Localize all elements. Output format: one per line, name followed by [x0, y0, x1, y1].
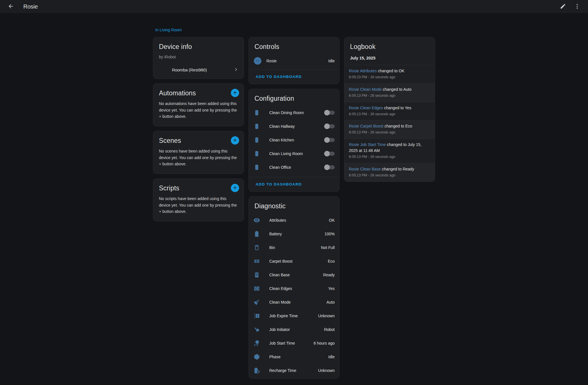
via-device-label: Roomba (Rest980): [172, 68, 233, 72]
config-row-clean-living-room[interactable]: Clean Living Room: [249, 147, 339, 160]
device-info-card: Device info by iRobot Roomba (Rest980): [153, 37, 244, 79]
config-row-clean-office[interactable]: Clean Office: [249, 160, 339, 174]
entity-state: 6 hours ago: [314, 341, 335, 345]
logbook-entry[interactable]: Rosie Clean Mode changed to Auto 6:05:13…: [344, 83, 435, 102]
entity-name: Clean Dining Room: [265, 110, 322, 115]
entity-state: Unknown: [318, 314, 335, 318]
clock-start-icon: [253, 340, 265, 347]
automations-card: Automations No automations have been add…: [153, 83, 244, 126]
broom-icon: [253, 299, 265, 306]
overflow-menu-button[interactable]: [572, 1, 582, 12]
trash-icon: [253, 271, 265, 278]
logbook-message: changed to Eco: [384, 124, 412, 128]
toggle-switch-icon: [253, 164, 265, 171]
toggle-switch[interactable]: [325, 111, 335, 115]
entity-state: Robot: [324, 327, 335, 332]
add-automation-button[interactable]: [231, 89, 239, 97]
device-page-content: In Living Room Device info by iRobot Roo…: [153, 13, 435, 383]
entity-state: Not Full: [321, 245, 335, 250]
toggle-switch[interactable]: [325, 124, 335, 128]
toggle-switch-icon: [253, 137, 265, 143]
config-row-clean-dining-room[interactable]: Clean Dining Room: [249, 106, 339, 120]
arrow-left-icon: [8, 3, 14, 10]
hand-pointer-icon: [253, 326, 265, 333]
diag-row-clean-edges[interactable]: Clean Edges Yes: [249, 282, 339, 295]
diag-row-recharge-time[interactable]: Recharge Time Unknown: [249, 364, 339, 377]
logbook-entity-link[interactable]: Rosie Job Start Time: [349, 142, 386, 147]
entity-state: Idle: [328, 355, 335, 359]
config-row-clean-kitchen[interactable]: Clean Kitchen: [249, 133, 339, 147]
diag-row-job-initiator[interactable]: Job Initiator Robot: [249, 323, 339, 336]
logbook-entity-link[interactable]: Rosie Clean Base: [349, 167, 381, 171]
entity-name: Clean Base: [265, 273, 323, 277]
scenes-empty-text: No scenes have been added using this dev…: [153, 145, 244, 174]
scripts-title: Scripts: [159, 184, 179, 192]
area-link[interactable]: In Living Room: [155, 27, 182, 32]
entity-state: Idle: [328, 59, 335, 63]
entity-name: Phase: [265, 355, 328, 359]
automations-empty-text: No automations have been added using thi…: [153, 97, 244, 126]
entity-name: Clean Hallway: [265, 124, 322, 129]
entity-name: Attributes: [265, 218, 329, 223]
trash-outline-icon: [253, 244, 265, 251]
scenes-title: Scenes: [159, 136, 181, 145]
logbook-entity-link[interactable]: Rosie Carpet Boost: [349, 124, 383, 128]
add-to-dashboard-link[interactable]: ADD TO DASHBOARD: [256, 182, 302, 186]
toggle-switch-icon: [253, 150, 265, 157]
controls-title: Controls: [249, 37, 339, 54]
diag-row-job-start-time[interactable]: Job Start Time 6 hours ago: [249, 336, 339, 350]
toggle-switch[interactable]: [325, 152, 335, 156]
entity-name: Clean Living Room: [265, 151, 322, 156]
entity-state: Yes: [328, 286, 335, 291]
entity-row-rosie[interactable]: Rosie Idle: [249, 54, 339, 68]
logbook-card: Logbook July 15, 2025 Rosie Attributes c…: [344, 37, 435, 182]
logbook-entry[interactable]: Rosie Attributes changed to OK 6:05:23 P…: [344, 65, 435, 83]
diag-row-bin[interactable]: Bin Not Full: [249, 241, 339, 254]
diag-row-battery[interactable]: Battery 100%: [249, 227, 339, 241]
diagnostic-title: Diagnostic: [249, 197, 339, 213]
toggle-switch-icon: [253, 109, 265, 116]
entity-state: OK: [329, 218, 335, 223]
add-to-dashboard-link[interactable]: ADD TO DASHBOARD: [256, 75, 302, 79]
entity-state: 100%: [324, 232, 335, 236]
diag-row-clean-base[interactable]: Clean Base Ready: [249, 268, 339, 282]
device-info-title: Device info: [153, 37, 244, 54]
logbook-entity-link[interactable]: Rosie Clean Mode: [349, 87, 382, 92]
entity-name: Recharge Time: [265, 368, 318, 373]
logbook-entry[interactable]: Rosie Job Start Time changed to July 15,…: [344, 139, 435, 163]
diag-row-carpet-boost[interactable]: Carpet Boost Eco: [249, 254, 339, 268]
entity-name: Clean Office: [265, 165, 322, 170]
diag-row-job-expire-time[interactable]: Job Expire Time Unknown: [249, 309, 339, 323]
wall-icon: [253, 285, 265, 292]
edit-button[interactable]: [558, 1, 568, 12]
entity-name: Clean Kitchen: [265, 138, 322, 142]
configuration-title: Configuration: [249, 89, 339, 106]
entity-name: Rosie: [262, 59, 328, 63]
via-device-row[interactable]: Roomba (Rest980): [153, 63, 242, 77]
scripts-card: Scripts No scripts have been added using…: [153, 178, 244, 221]
logbook-entry[interactable]: Rosie Carpet Boost changed to Eco 6:05:1…: [344, 120, 435, 139]
config-row-clean-hallway[interactable]: Clean Hallway: [249, 120, 339, 133]
toggle-switch[interactable]: [325, 138, 335, 142]
logbook-entry[interactable]: Rosie Clean Edges changed to Yes 6:05:13…: [344, 102, 435, 120]
add-scene-button[interactable]: [231, 136, 239, 145]
plus-icon: [232, 90, 238, 96]
logbook-time: 6:05:13 PM - 26 seconds ago: [349, 130, 430, 135]
entity-state: Eco: [328, 259, 335, 263]
add-script-button[interactable]: [231, 184, 239, 192]
logbook-entity-link[interactable]: Rosie Clean Edges: [349, 106, 383, 110]
dots-vertical-icon: [574, 3, 580, 10]
diag-row-attributes[interactable]: Attributes OK: [249, 213, 339, 227]
diag-row-clean-mode[interactable]: Clean Mode Auto: [249, 295, 339, 309]
logbook-message: changed to Yes: [384, 106, 411, 110]
logbook-entity-link[interactable]: Rosie Attributes: [349, 69, 377, 73]
plus-icon: [232, 137, 238, 144]
logbook-time: 6:05:13 PM - 26 seconds ago: [349, 173, 430, 178]
toggle-switch[interactable]: [325, 165, 335, 169]
diag-row-phase[interactable]: Phase Idle: [249, 350, 339, 364]
back-button[interactable]: [6, 1, 16, 12]
pencil-icon: [560, 3, 566, 10]
logbook-entry[interactable]: Rosie Clean Base changed to Ready 6:05:1…: [344, 163, 435, 182]
controls-card: Controls Rosie Idle ADD TO DASHBOARD: [249, 37, 339, 84]
logbook-time: 6:05:13 PM - 26 seconds ago: [349, 93, 430, 98]
